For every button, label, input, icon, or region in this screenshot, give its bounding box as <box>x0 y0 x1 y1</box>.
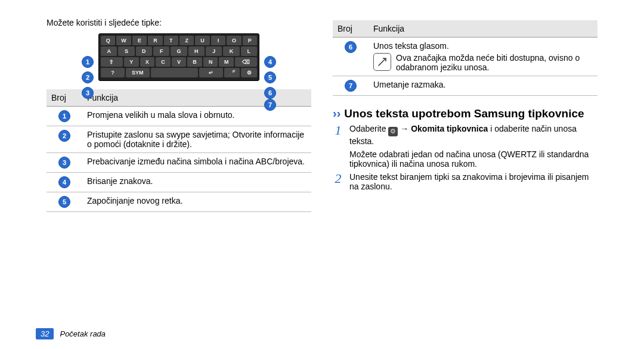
section-heading: ›› Unos teksta upotrebom Samsung tipkovn… <box>333 107 597 120</box>
step: 2Unesite tekst biranjem tipki sa znakovi… <box>333 172 597 191</box>
callout-4: 4 <box>264 56 276 68</box>
keyboard-key: SYM <box>126 68 150 77</box>
row-number-badge: 2 <box>58 130 70 142</box>
keyboard-key: ⇧ <box>101 57 123 67</box>
keyboard-figure: QWERTZUIOPASDFGHJKL⇧YXCVBNM⌫?SYM↵🎤⚙ 1 2 … <box>47 33 311 81</box>
callouts-right: 4 5 6 <box>264 56 276 99</box>
keyboard-key: J <box>206 46 222 56</box>
th-func: Funkcija <box>369 20 597 38</box>
keyboard-key: T <box>164 36 178 45</box>
table-row: 6Unos teksta glasom.Ova značajka možda n… <box>333 38 597 76</box>
step-body: Unesite tekst biranjem tipki sa znakovim… <box>349 172 597 191</box>
callout-6: 6 <box>264 87 276 99</box>
keyboard-key: ↵ <box>199 68 223 77</box>
gear-icon: ⚙ <box>388 127 398 136</box>
heading-title: Unos teksta upotrebom Samsung tipkovnice <box>344 107 584 120</box>
th-num: Broj <box>333 20 369 38</box>
page-footer: 32 Početak rada <box>36 328 106 339</box>
keyboard-key: N <box>203 57 218 67</box>
row-text: Započinjanje novog retka. <box>82 192 311 212</box>
callouts-left: 1 2 3 <box>82 56 94 99</box>
keyboard-key: ⌫ <box>235 57 257 67</box>
keyboard-key: Y <box>124 57 139 67</box>
th-num: Broj <box>47 89 82 107</box>
keyboard-key: P <box>243 36 257 45</box>
th-func: Funkcija <box>82 89 311 107</box>
table-row: 4Brisanje znakova. <box>47 173 311 192</box>
callout-1: 1 <box>82 56 94 68</box>
keyboard-key: G <box>171 46 187 56</box>
row-text: Umetanje razmaka. <box>369 76 597 96</box>
table-row: 3Prebacivanje između načina simbola i na… <box>47 153 311 173</box>
note-text: Ova značajka možda neće biti dostupna, o… <box>396 53 593 72</box>
row-number-badge: 5 <box>58 196 70 208</box>
row-text: Brisanje znakova. <box>82 173 311 192</box>
virtual-keyboard: QWERTZUIOPASDFGHJKL⇧YXCVBNM⌫?SYM↵🎤⚙ <box>98 33 259 81</box>
keyboard-key: A <box>101 46 117 56</box>
step-number: 1 <box>333 124 343 169</box>
row-number-badge: 4 <box>58 176 70 188</box>
keyboard-key: S <box>118 46 134 56</box>
row-number-badge: 6 <box>345 41 357 53</box>
note-icon <box>373 53 391 71</box>
keyboard-key: Z <box>179 36 194 45</box>
keyboard-key: F <box>153 46 169 56</box>
row-number-badge: 1 <box>58 110 70 122</box>
keyboard-key: K <box>223 46 239 56</box>
keyboard-key <box>151 68 199 77</box>
right-column: Broj Funkcija 6Unos teksta glasom.Ova zn… <box>322 18 608 343</box>
keyboard-key: E <box>132 36 147 45</box>
keyboard-key: ? <box>101 68 125 77</box>
intro-text: Možete koristiti i sljedeće tipke: <box>47 18 311 27</box>
table-row: 5Započinjanje novog retka. <box>47 192 311 212</box>
keyboard-key: B <box>187 57 202 67</box>
chevron-icon: ›› <box>333 107 340 120</box>
keyboard-key: V <box>172 57 187 67</box>
table-row: 2Pristupite zaslonu sa swype savjetima; … <box>47 126 311 153</box>
keyboard-key: H <box>188 46 205 56</box>
step-body: Odaberite ⚙ → Okomita tipkovnica i odabe… <box>349 124 597 169</box>
keyboard-key: M <box>219 57 234 67</box>
row-text: Pristupite zaslonu sa swype savjetima; O… <box>82 126 311 153</box>
keyboard-key: D <box>136 46 152 56</box>
callout-2: 2 <box>82 71 94 83</box>
callout-5: 5 <box>264 71 276 83</box>
page-number: 32 <box>36 328 54 339</box>
keyboard-key: Q <box>101 36 115 45</box>
callouts-bottom: 7 <box>264 99 276 111</box>
callout-3: 3 <box>82 87 94 99</box>
callout-7: 7 <box>264 99 276 111</box>
row-number-badge: 3 <box>58 157 70 169</box>
keyboard-key: L <box>241 46 257 56</box>
section-name: Početak rada <box>60 329 106 338</box>
keyboard-key: R <box>148 36 162 45</box>
row-text: Unos teksta glasom.Ova značajka možda ne… <box>369 38 597 76</box>
keyboard-key: 🎤 <box>224 68 240 77</box>
keyboard-key: I <box>211 36 225 45</box>
keyboard-key: C <box>156 57 171 67</box>
step-number: 2 <box>333 172 343 191</box>
row-text: Prebacivanje između načina simbola i nač… <box>82 153 311 173</box>
table-row: 7Umetanje razmaka. <box>333 76 597 96</box>
step: 1Odaberite ⚙ → Okomita tipkovnica i odab… <box>333 124 597 169</box>
keyboard-key: U <box>195 36 209 45</box>
left-column: Možete koristiti i sljedeće tipke: QWERT… <box>36 18 322 343</box>
keyboard-key: X <box>140 57 155 67</box>
keyboard-key: W <box>116 36 131 45</box>
keyboard-key: ⚙ <box>241 68 257 77</box>
keyboard-key: O <box>227 36 241 45</box>
row-number-badge: 7 <box>345 80 357 92</box>
function-table-right: Broj Funkcija 6Unos teksta glasom.Ova zn… <box>333 20 597 96</box>
row-text: Promjena velikih u mala slova i obrnuto. <box>82 107 311 126</box>
